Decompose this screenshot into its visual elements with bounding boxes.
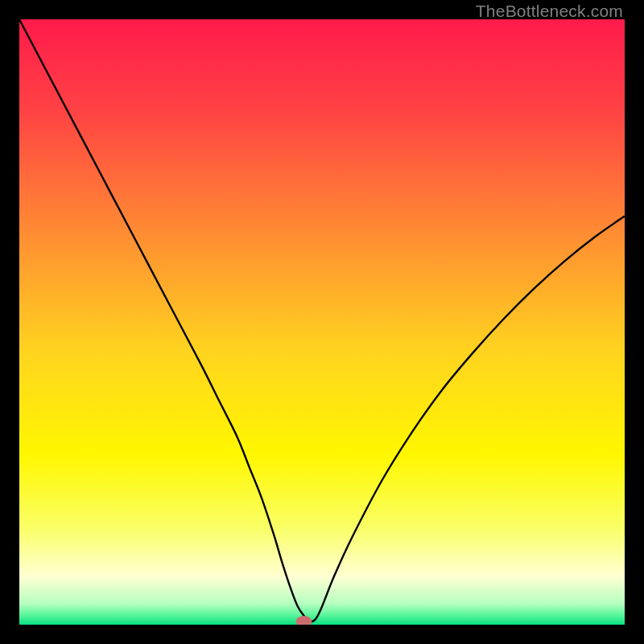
- chart-frame: TheBottleneck.com: [0, 0, 644, 644]
- plot-area: [19, 19, 625, 625]
- watermark-text: TheBottleneck.com: [476, 2, 623, 21]
- gradient-background: [19, 19, 625, 625]
- chart-svg: [19, 19, 625, 625]
